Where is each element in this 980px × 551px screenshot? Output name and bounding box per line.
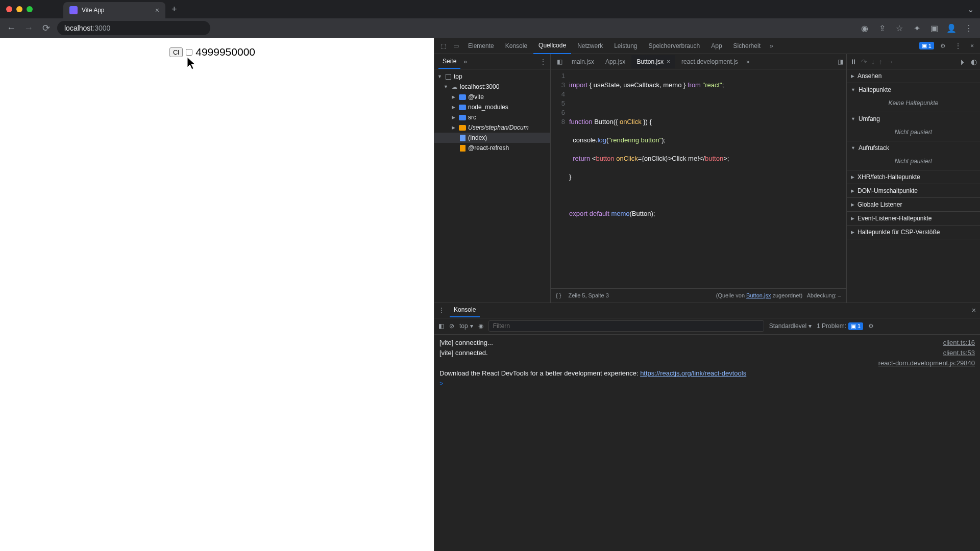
step-into-icon[interactable]: ↓ [871, 58, 875, 66]
tree-file-index[interactable]: (Index) [434, 133, 550, 143]
tab-sources[interactable]: Quellcode [533, 38, 571, 54]
browser-toolbar: ← → ⟳ localhost:3000 ◉ ⇪ ☆ ✦ ▣ 👤 ⋮ [0, 18, 980, 38]
tabs-overflow-icon[interactable]: » [767, 42, 776, 49]
section-global-listeners[interactable]: ▶Globale Listener [847, 198, 980, 211]
console-level-select[interactable]: Standardlevel ▾ [769, 322, 812, 330]
forward-button[interactable]: → [22, 23, 35, 34]
address-bar[interactable]: localhost:3000 [57, 21, 210, 35]
reload-button[interactable]: ⟳ [40, 22, 52, 34]
tree-top[interactable]: ▼top [434, 71, 550, 82]
translate-icon[interactable]: ◉ [859, 23, 871, 33]
toggle-debugger-icon[interactable]: ◨ [838, 58, 843, 65]
devtools-panel: ⬚ ▭ Elemente Konsole Quellcode Netzwerk … [434, 38, 980, 551]
new-tab-button[interactable]: + [172, 4, 177, 15]
editor-tab-app[interactable]: App.jsx [600, 55, 630, 68]
profile-icon[interactable]: 👤 [945, 23, 958, 33]
source-link[interactable]: react-dom.development.js:29840 [878, 358, 975, 368]
step-out-icon[interactable]: ↑ [879, 58, 883, 66]
step-icon[interactable]: → [887, 58, 894, 66]
file-label: @react-refresh [468, 144, 509, 152]
pause-button[interactable]: ⏸ [850, 58, 857, 66]
console-sidebar-toggle-icon[interactable]: ◧ [438, 322, 444, 330]
share-icon[interactable]: ⇪ [876, 23, 888, 33]
deactivate-breakpoints-icon[interactable]: ⏵ [960, 58, 967, 66]
console-filter-input[interactable] [488, 320, 764, 332]
issues-badge[interactable]: ▣ 1 [919, 42, 934, 49]
code-editor[interactable]: 1 3 4 5 6 8 import { useState, useCallba… [551, 69, 846, 288]
minimize-window-icon[interactable] [16, 6, 22, 12]
device-toggle-icon[interactable]: ▭ [450, 42, 462, 49]
close-tab-icon[interactable]: × [667, 58, 670, 65]
tree-file-react-refresh[interactable]: @react-refresh [434, 143, 550, 153]
editor-tab-button[interactable]: Button.jsx× [631, 55, 675, 68]
maximize-window-icon[interactable] [27, 6, 33, 12]
react-devtools-link[interactable]: https://reactjs.org/link/react-devtools [640, 369, 746, 377]
close-tab-icon[interactable]: × [155, 6, 159, 14]
console-issues[interactable]: 1 Problem: ▣ 1 [817, 322, 863, 330]
menu-icon[interactable]: ⋮ [963, 23, 975, 33]
callstack-empty: Nicht pausiert [847, 155, 980, 170]
tab-title: Vite App [82, 7, 151, 14]
page-checkbox[interactable] [186, 49, 192, 56]
tab-memory[interactable]: Speicherverbrauch [644, 38, 705, 54]
tab-application[interactable]: App [706, 38, 727, 54]
console-drawer: ⋮ Konsole × ◧ ⊘ top ▾ ◉ Standardlevel ▾ … [434, 303, 980, 552]
tab-elements[interactable]: Elemente [463, 38, 499, 54]
browser-tab[interactable]: Vite App × [63, 2, 165, 18]
extensions-icon[interactable]: ✦ [911, 23, 923, 33]
step-over-icon[interactable]: ↷ [861, 58, 867, 66]
toggle-navigator-icon[interactable]: ◧ [554, 58, 566, 65]
nav-tab-page[interactable]: Seite [438, 55, 460, 69]
console-settings-icon[interactable]: ⚙ [868, 322, 874, 330]
chevron-down-icon: ▾ [808, 322, 812, 330]
inspect-element-icon[interactable]: ⬚ [437, 42, 449, 49]
side-panel-icon[interactable]: ▣ [928, 23, 940, 33]
tree-folder-users[interactable]: ▶Users/stephan/Docum [434, 122, 550, 133]
editor-tab-main[interactable]: main.jsx [567, 55, 599, 68]
nav-menu-icon[interactable]: ⋮ [540, 58, 546, 65]
clear-console-icon[interactable]: ⊘ [449, 322, 454, 330]
click-me-button[interactable]: Cl [169, 47, 183, 57]
source-link[interactable]: client.ts:16 [943, 338, 975, 348]
breakpoints-empty: Keine Haltepunkte [847, 96, 980, 112]
editor-tab-react-dev[interactable]: react.development.js [676, 55, 743, 68]
drawer-menu-icon[interactable]: ⋮ [438, 307, 445, 314]
back-button[interactable]: ← [5, 23, 17, 34]
section-callstack[interactable]: ▼Aufrufstack [847, 141, 980, 155]
devtools-settings-icon[interactable]: ⚙ [937, 42, 949, 49]
pause-exceptions-icon[interactable]: ◐ [971, 58, 977, 66]
section-xhr[interactable]: ▶XHR/fetch-Haltepunkte [847, 170, 980, 184]
tab-network[interactable]: Netzwerk [572, 38, 608, 54]
devtools-close-icon[interactable]: × [967, 42, 977, 49]
tab-security[interactable]: Sicherheit [728, 38, 766, 54]
file-tree: ▼top ▼☁localhost:3000 ▶@vite ▶node_modul… [434, 69, 550, 155]
tab-console[interactable]: Konsole [500, 38, 532, 54]
section-csp[interactable]: ▶Haltepunkte für CSP-Verstöße [847, 226, 980, 239]
tree-folder-src[interactable]: ▶src [434, 112, 550, 122]
section-dom[interactable]: ▶DOM-Umschaltpunkte [847, 184, 980, 197]
live-expression-icon[interactable]: ◉ [478, 322, 483, 330]
source-link[interactable]: client.ts:53 [943, 348, 975, 358]
drawer-close-icon[interactable]: × [972, 306, 976, 314]
console-context-select[interactable]: top ▾ [459, 322, 473, 330]
pretty-print-icon[interactable]: { } [556, 292, 561, 298]
bookmark-icon[interactable]: ☆ [893, 23, 905, 33]
nav-overflow-icon[interactable]: » [463, 58, 467, 65]
source-map-link[interactable]: Button.jsx [746, 292, 771, 298]
section-breakpoints[interactable]: ▼Haltepunkte [847, 83, 980, 96]
tree-folder-vite[interactable]: ▶@vite [434, 92, 550, 102]
drawer-tab-console[interactable]: Konsole [450, 303, 480, 317]
tree-host[interactable]: ▼☁localhost:3000 [434, 82, 550, 92]
tree-top-label: top [454, 73, 462, 80]
console-body[interactable]: [vite] connecting...client.ts:16 [vite] … [434, 335, 980, 394]
tab-overflow-icon[interactable]: ⌄ [967, 5, 974, 14]
close-window-icon[interactable] [6, 6, 12, 12]
folder-label: @vite [468, 93, 484, 101]
section-scope[interactable]: ▼Umfang [847, 112, 980, 126]
tree-folder-node-modules[interactable]: ▶node_modules [434, 102, 550, 112]
editor-tabs-overflow-icon[interactable]: » [746, 58, 750, 65]
tab-performance[interactable]: Leistung [609, 38, 642, 54]
section-event-listeners[interactable]: ▶Event-Listener-Haltepunkte [847, 212, 980, 225]
devtools-menu-icon[interactable]: ⋮ [952, 42, 964, 49]
section-watch[interactable]: ▶Ansehen [847, 69, 980, 83]
